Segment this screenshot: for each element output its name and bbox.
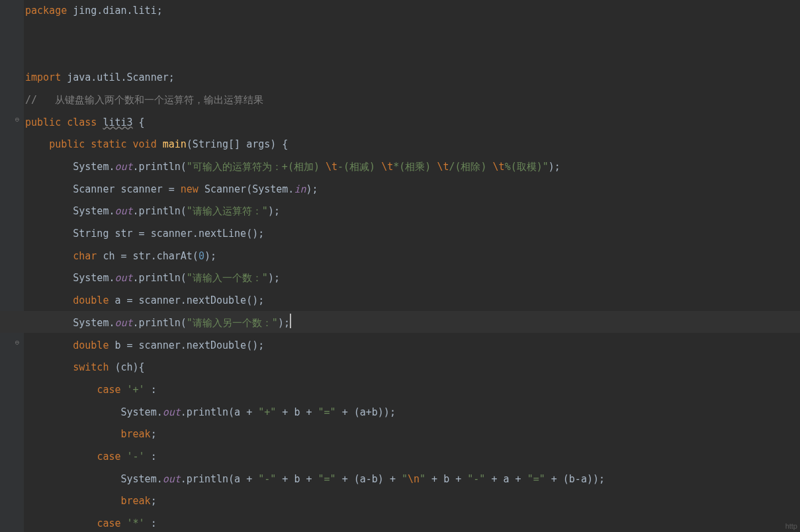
code-line[interactable]: double a = scanner.nextDouble(); bbox=[25, 294, 264, 306]
code-line[interactable]: case '-' : bbox=[25, 451, 157, 463]
editor-gutter: ⊖ ⊖ bbox=[0, 0, 24, 532]
code-line[interactable]: System.out.println(a + "+" + b + "=" + (… bbox=[25, 406, 396, 418]
code-line[interactable]: char ch = str.charAt(0); bbox=[25, 250, 216, 262]
code-line[interactable]: public class liti3 { bbox=[25, 116, 145, 128]
text-caret bbox=[290, 314, 291, 328]
code-line[interactable]: System.out.println("请输入另一个数："); bbox=[25, 317, 290, 329]
code-line[interactable]: // 从键盘输入两个数和一个运算符，输出运算结果 bbox=[25, 94, 263, 106]
code-line[interactable]: case '+' : bbox=[25, 384, 157, 396]
code-line[interactable]: System.out.println("可输入的运算符为：+(相加) \t-(相… bbox=[25, 161, 560, 173]
code-line[interactable]: case '*' : bbox=[25, 517, 157, 529]
code-line[interactable]: System.out.println("请输入运算符："); bbox=[25, 205, 280, 217]
code-line[interactable]: String str = scanner.nextLine(); bbox=[25, 228, 264, 240]
code-line[interactable]: Scanner scanner = new Scanner(System.in)… bbox=[25, 183, 318, 195]
code-line[interactable]: break; bbox=[25, 495, 157, 507]
code-line[interactable]: System.out.println("请输入一个数："); bbox=[25, 272, 280, 284]
code-line[interactable]: package jing.dian.liti; bbox=[25, 5, 163, 17]
code-line[interactable]: import java.util.Scanner; bbox=[25, 71, 175, 83]
code-line[interactable]: System.out.println(a + "-" + b + "=" + (… bbox=[25, 473, 605, 485]
code-editor[interactable]: package jing.dian.liti; import java.util… bbox=[25, 0, 605, 532]
fold-icon[interactable]: ⊖ bbox=[13, 339, 21, 347]
code-line[interactable]: switch (ch){ bbox=[25, 361, 145, 373]
code-line[interactable]: double b = scanner.nextDouble(); bbox=[25, 339, 264, 351]
fold-icon[interactable]: ⊖ bbox=[13, 116, 21, 124]
code-line[interactable]: break; bbox=[25, 428, 157, 440]
code-line[interactable]: public static void main(String[] args) { bbox=[25, 138, 288, 150]
status-corner: http bbox=[785, 521, 797, 531]
